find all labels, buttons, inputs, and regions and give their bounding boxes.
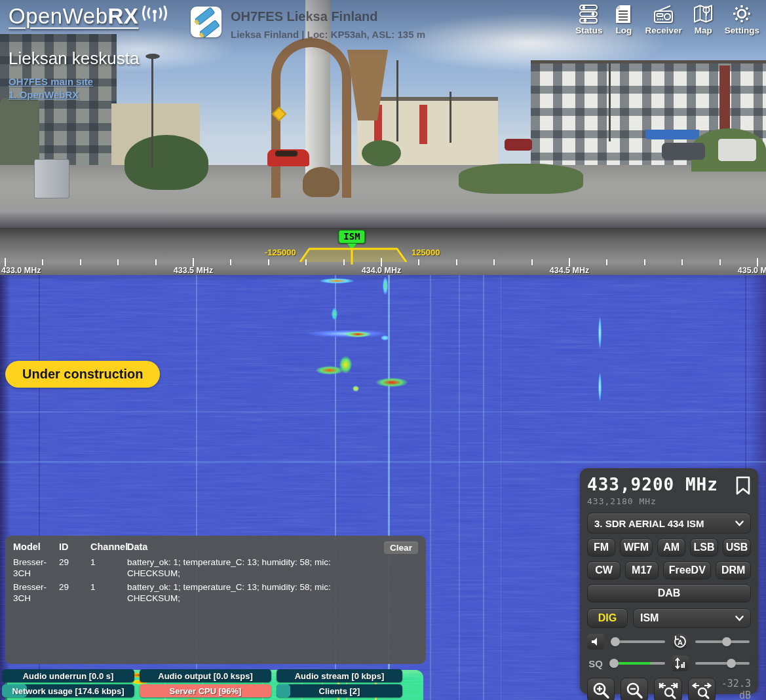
- bookmark-icon[interactable]: [735, 476, 751, 496]
- mute-button[interactable]: [587, 634, 604, 650]
- status-pill-clients: Clients [2]: [277, 684, 402, 697]
- squelch-slider[interactable]: [609, 655, 666, 671]
- cell-model: Bresser-3CH: [13, 557, 59, 579]
- decoder-messages-panel: Model ID Channel Data Clear Bresser-3CH2…: [5, 536, 426, 664]
- mode-fm-button[interactable]: FM: [587, 538, 615, 557]
- signal-blob: [598, 316, 602, 349]
- signal-blob: [383, 277, 388, 295]
- cell-spacer: [384, 557, 418, 579]
- mode-cw-button[interactable]: CW: [587, 561, 621, 580]
- openwebrx-logo[interactable]: OpenWebRX: [9, 4, 169, 29]
- frequency-scale[interactable]: ISM -125000 125000 433.0 MHz433.5 MHz434…: [0, 228, 766, 275]
- auto-range-icon: [674, 657, 686, 669]
- col-id: ID: [59, 542, 90, 552]
- cell-spacer: [384, 581, 418, 604]
- zoom-full-button[interactable]: [688, 678, 716, 700]
- carrier-line: [501, 275, 501, 700]
- signal-blob: [376, 378, 408, 387]
- col-channel: Channel: [90, 542, 127, 552]
- digital-mode-select[interactable]: ISM: [633, 608, 751, 628]
- speaker-icon: [590, 636, 601, 647]
- center-frequency: 433,2180 MHz: [587, 496, 718, 506]
- mode-buttons-row3: DAB: [587, 584, 751, 602]
- scale-tick: [719, 259, 721, 265]
- logo-rx: RX: [108, 4, 139, 29]
- volume-slider[interactable]: [609, 634, 666, 650]
- signal-blob: [381, 335, 389, 341]
- clear-button[interactable]: Clear: [384, 542, 418, 554]
- settings-icon: [732, 4, 752, 24]
- zoom-selection-button[interactable]: [654, 678, 681, 700]
- photo-bush: [124, 135, 208, 190]
- status-pill-network: Network usage [174.6 kbps]: [2, 684, 134, 697]
- logo-web: Web: [63, 4, 108, 29]
- nav-label: Receiver: [645, 26, 681, 35]
- waterfall-min-slider[interactable]: [694, 655, 751, 671]
- decoder-row: Bresser-3CH291battery_ok: 1; temperature…: [13, 581, 418, 604]
- signal-blob: [353, 386, 359, 392]
- photo-lamp-post: [609, 63, 611, 141]
- scale-tick: [268, 259, 269, 265]
- mode-lsb-button[interactable]: LSB: [690, 538, 718, 557]
- status-bar-row1: Audio underrun [0.0 s]Audio output [0.0 …: [2, 669, 402, 682]
- station-subtitle: Lieksa Finland | Loc: KP53ah, ASL: 135 m: [231, 29, 425, 40]
- nav-item-map[interactable]: Map: [693, 4, 714, 35]
- nav-item-log[interactable]: Log: [613, 4, 634, 35]
- zoom-out-icon: [625, 681, 643, 699]
- logo-open: Open: [9, 4, 63, 29]
- link-main-site[interactable]: OH7FES main site: [9, 76, 93, 87]
- decoder-row: Bresser-3CH291battery_ok: 1; temperature…: [13, 557, 418, 579]
- nav-item-settings[interactable]: Settings: [725, 4, 759, 35]
- mode-dab-button[interactable]: DAB: [587, 584, 751, 602]
- waterfall-max-slider[interactable]: [694, 634, 751, 650]
- waterfall-auto-button[interactable]: [672, 655, 689, 671]
- scale-tick: [343, 259, 345, 265]
- zoom-out-button[interactable]: [621, 678, 648, 700]
- header-photo: OpenWebRX Lieksan keskusta OH7FES main s…: [0, 0, 766, 228]
- nav-item-receiver[interactable]: Receiver: [645, 4, 681, 35]
- log-icon: [613, 4, 634, 24]
- status-pill-server: Server CPU [96%]: [140, 684, 271, 697]
- auto-gain-button[interactable]: A: [672, 634, 689, 650]
- scale-tick: [644, 259, 645, 265]
- status-pill-label: Server CPU [96%]: [170, 686, 242, 696]
- filter-low-label: -125000: [265, 248, 296, 257]
- scale-tick-label: 434.5 MHz: [550, 266, 589, 275]
- signal-blob: [598, 373, 602, 401]
- decoder-table-body: Bresser-3CH291battery_ok: 1; temperature…: [13, 557, 418, 604]
- zoom-in-button[interactable]: [587, 678, 615, 700]
- openwebrx-app: OpenWebRX Lieksan keskusta OH7FES main s…: [0, 0, 766, 700]
- scale-tick: [493, 259, 495, 265]
- cell-channel: 1: [90, 557, 127, 579]
- mode-freedv-button[interactable]: FreeDV: [663, 561, 711, 580]
- mode-usb-button[interactable]: USB: [723, 538, 751, 557]
- status-bar-row2: Network usage [174.6 kbps]Server CPU [96…: [2, 684, 402, 697]
- scale-tick: [606, 259, 607, 265]
- station-texts: OH7FES Lieksa Finland Lieksa Finland | L…: [231, 7, 425, 40]
- mode-buttons-row2: CWM17FreeDVDRM: [587, 561, 751, 580]
- photo-bush: [362, 140, 401, 166]
- sdr-profile-select[interactable]: 3. SDR AERIAL 434 ISM: [587, 513, 751, 534]
- top-nav: StatusLogReceiverMapSettings: [575, 4, 759, 35]
- zoom-in-icon: [592, 681, 610, 699]
- zoom-full-icon: [692, 681, 712, 699]
- digital-mode-value: ISM: [640, 612, 659, 624]
- mode-wfm-button[interactable]: WFM: [620, 538, 653, 557]
- cell-id: 29: [59, 581, 90, 604]
- link-openwebrx[interactable]: 1. OpenWebRX: [9, 89, 79, 100]
- mode-m17-button[interactable]: M17: [625, 561, 659, 580]
- mode-am-button[interactable]: AM: [657, 538, 685, 557]
- tuned-frequency[interactable]: 433,9200 MHz: [587, 475, 718, 494]
- cell-data: battery_ok: 1; temperature_C: 13; humidi…: [127, 581, 384, 604]
- scale-tick: [230, 259, 231, 265]
- status-pill-audio: Audio underrun [0.0 s]: [2, 669, 134, 682]
- photo-car: [505, 139, 532, 151]
- mode-drm-button[interactable]: DRM: [716, 561, 751, 580]
- scale-tick: [531, 259, 533, 265]
- nav-item-status[interactable]: Status: [575, 4, 602, 35]
- status-pill-label: Clients [2]: [319, 686, 360, 696]
- under-construction-badge: Under construction: [5, 361, 160, 388]
- dig-mode-button[interactable]: DIG: [587, 608, 628, 628]
- signal-blob: [320, 278, 354, 284]
- station-avatar: [191, 7, 221, 37]
